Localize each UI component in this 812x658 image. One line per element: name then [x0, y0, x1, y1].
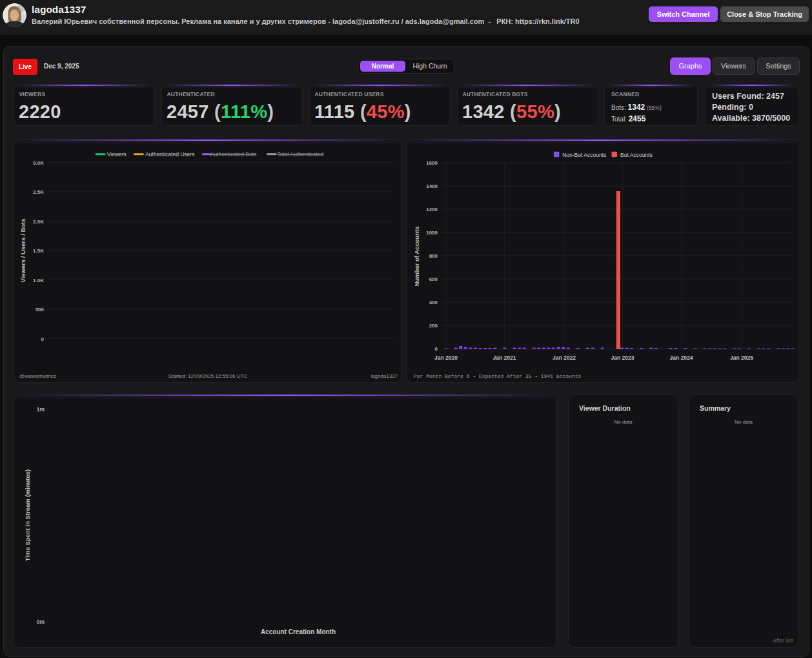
- svg-text:Started: 12/09/2025 12:55:06 U: Started: 12/09/2025 12:55:06 UTC: [168, 373, 248, 379]
- svg-text:Jan 2025: Jan 2025: [730, 355, 753, 361]
- svg-text:1400: 1400: [426, 183, 438, 189]
- svg-text:1600: 1600: [426, 160, 438, 166]
- svg-text:Number of Accounts: Number of Accounts: [413, 226, 420, 286]
- svg-text:lagoda1337: lagoda1337: [370, 373, 398, 379]
- svg-text:Authenticated Users: Authenticated Users: [145, 151, 195, 158]
- svg-text:200: 200: [429, 323, 438, 329]
- svg-text:0: 0: [41, 336, 45, 342]
- svg-text:2.0K: 2.0K: [33, 219, 44, 225]
- svg-text:800: 800: [429, 253, 438, 259]
- svg-text:0m: 0m: [37, 619, 45, 625]
- svg-text:1000: 1000: [426, 230, 438, 236]
- svg-text:3.0K: 3.0K: [33, 160, 44, 166]
- svg-text:Viewers / Users / Bots: Viewers / Users / Bots: [19, 218, 26, 282]
- svg-text:0: 0: [435, 346, 438, 352]
- svg-text:Non-Bot Accounts: Non-Bot Accounts: [562, 152, 606, 158]
- svg-text:Jan 2024: Jan 2024: [670, 355, 693, 361]
- svg-text:Bot Accounts: Bot Accounts: [620, 152, 653, 158]
- svg-text:Jan 2023: Jan 2023: [611, 355, 634, 361]
- svg-text:Time Spent in Stream (minutes): Time Spent in Stream (minutes): [24, 469, 31, 561]
- svg-text:1.0K: 1.0K: [33, 278, 44, 283]
- svg-text:2.5K: 2.5K: [33, 189, 44, 195]
- svg-text:Total Authenticated: Total Authenticated: [278, 151, 324, 158]
- svg-text:1.5K: 1.5K: [33, 248, 44, 254]
- svg-text:600: 600: [429, 276, 438, 282]
- svg-text:@viewermetrics: @viewermetrics: [19, 373, 56, 379]
- svg-text:500: 500: [36, 307, 45, 313]
- svg-text:Authenticated Bots: Authenticated Bots: [210, 151, 256, 158]
- svg-text:1200: 1200: [426, 207, 438, 212]
- svg-text:Per Month Before 6 • Expected: Per Month Before 6 • Expected After 35 •…: [414, 373, 581, 379]
- svg-text:Jan 2021: Jan 2021: [493, 355, 516, 361]
- svg-text:Jan 2022: Jan 2022: [553, 355, 576, 361]
- svg-text:1m: 1m: [37, 406, 45, 413]
- svg-text:Jan 2020: Jan 2020: [434, 355, 458, 361]
- svg-text:Account Creation Month: Account Creation Month: [261, 628, 336, 635]
- svg-text:400: 400: [429, 300, 438, 305]
- svg-text:Viewers: Viewers: [107, 151, 127, 158]
